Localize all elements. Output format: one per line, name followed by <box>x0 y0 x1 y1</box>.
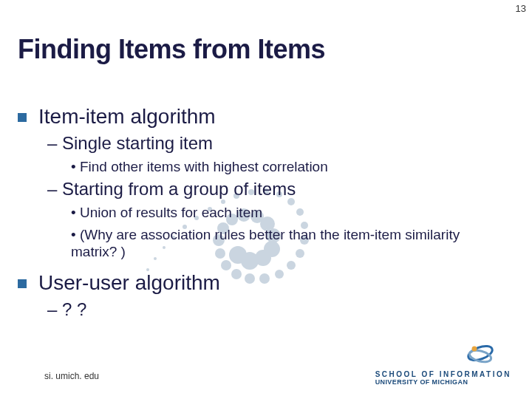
bullet-level2: – Starting from a group of items <box>47 179 514 200</box>
square-bullet-icon <box>18 113 27 122</box>
bullet-text: Item-item algorithm <box>38 105 216 129</box>
bullet-text: User-user algorithm <box>38 271 220 295</box>
bullet-level3: • Find other items with highest correlat… <box>71 158 507 176</box>
bullet-level2: – Single starting item <box>47 133 514 154</box>
svg-point-37 <box>472 347 477 352</box>
page-number: 13 <box>516 3 526 14</box>
slide-title: Finding Items from Items <box>18 34 325 65</box>
brand-line-2: UNIVERSITY OF MICHIGAN <box>375 378 511 386</box>
bullet-level1: User-user algorithm <box>18 271 514 295</box>
footer-url: si. umich. edu <box>44 371 99 381</box>
footer-brand: SCHOOL OF INFORMATION UNIVERSITY OF MICH… <box>375 370 511 386</box>
bullet-level3: • (Why are association rules better than… <box>71 226 507 262</box>
bullet-level2: – ? ? <box>47 299 514 320</box>
content-area: Item-item algorithm – Single starting it… <box>18 95 514 321</box>
bullet-level3: • Union of results for each item <box>71 204 507 222</box>
brand-line-1: SCHOOL OF INFORMATION <box>375 370 511 378</box>
bullet-level1: Item-item algorithm <box>18 105 514 129</box>
school-logo-icon <box>464 340 497 368</box>
square-bullet-icon <box>18 279 27 288</box>
